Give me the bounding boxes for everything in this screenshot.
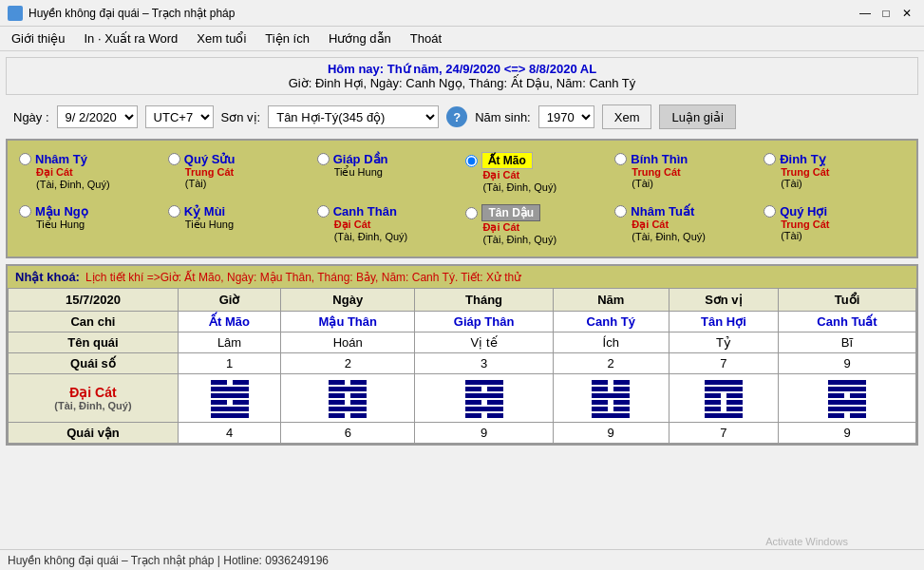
svg-rect-7 [233, 380, 249, 385]
svg-rect-0 [211, 413, 249, 418]
svg-rect-30 [592, 400, 608, 405]
radio-input-10[interactable] [614, 205, 627, 218]
cell-0-3: Canh Tý [553, 312, 669, 332]
radio-name-6: Mậu Ngọ [35, 204, 88, 218]
radio-item-2: Giáp DầnTiểu Hung [313, 148, 462, 197]
svg-rect-6 [211, 380, 227, 385]
svg-rect-16 [329, 380, 345, 385]
son-vi-label: Sơn vị: [221, 110, 261, 124]
svg-rect-18 [465, 413, 481, 418]
radio-item-8: Canh ThânĐại Cát(Tài, Đinh, Quý) [313, 200, 462, 249]
radio-input-5[interactable] [764, 153, 776, 165]
radio-input-0[interactable] [19, 153, 31, 165]
menu-huong-dan[interactable]: Hướng dẫn [321, 29, 399, 48]
radio-sub1-0: Đại Cát [19, 166, 160, 179]
table-row-3: Đại Cát(Tài, Đinh, Quý) [9, 374, 916, 423]
radio-sub1-10: Đại Cát [614, 218, 756, 231]
cell-2-3: 2 [553, 353, 669, 374]
radio-grid: Nhâm TýĐại Cát(Tài, Đinh, Quý)Quý SửuTru… [15, 148, 909, 249]
radio-input-11[interactable] [764, 205, 776, 218]
app-icon [8, 6, 23, 21]
svg-rect-5 [211, 387, 249, 391]
cell-4-2: 9 [415, 423, 553, 444]
svg-rect-44 [705, 387, 743, 391]
close-button[interactable]: ✕ [897, 4, 916, 23]
utc-select[interactable]: UTC+7 [145, 105, 214, 128]
cell-1-5: Bĩ [779, 332, 916, 353]
son-vi-select[interactable]: Tân Hợi-Tý(345 độ) [268, 105, 439, 128]
radio-header-10: Nhâm Tuất [614, 204, 756, 218]
help-button[interactable]: ? [446, 106, 467, 127]
table-row-4: Quái vận469979 [9, 423, 916, 444]
nam-sinh-select[interactable]: 1970 [538, 105, 594, 128]
radio-input-7[interactable] [168, 205, 180, 218]
radio-name-7: Kỷ Mùi [184, 204, 225, 218]
menu-thoat[interactable]: Thoát [403, 29, 449, 48]
radio-name-0: Nhâm Tý [35, 152, 87, 166]
radio-sub2-8: (Tài, Đinh, Quý) [317, 231, 459, 242]
cell-4-3: 9 [553, 423, 669, 444]
row-label-0: Can chi [9, 312, 179, 332]
radio-input-6[interactable] [19, 205, 31, 218]
radio-input-4[interactable] [614, 153, 627, 165]
hex-cell-0 [178, 374, 280, 423]
svg-rect-29 [613, 407, 630, 411]
svg-rect-27 [592, 413, 630, 418]
cell-2-0: 1 [178, 353, 280, 374]
svg-rect-11 [329, 400, 345, 405]
cell-4-1: 6 [281, 423, 415, 444]
svg-rect-50 [828, 393, 844, 398]
radio-input-9[interactable] [465, 207, 478, 219]
menu-tien-ich[interactable]: Tiện ích [257, 29, 317, 48]
radio-sub2-5: (Tài) [764, 178, 905, 189]
menu-in-xuat[interactable]: In · Xuất ra Word [76, 29, 185, 48]
radio-input-2[interactable] [317, 153, 330, 165]
cell-1-4: Tỷ [669, 332, 778, 353]
radio-header-0: Nhâm Tý [19, 152, 160, 166]
svg-rect-31 [613, 400, 630, 405]
radio-input-1[interactable] [168, 153, 180, 165]
radio-item-10: Nhâm TuấtĐại Cát(Tài, Đinh, Quý) [611, 200, 760, 249]
activate-watermark: Activate Windows [765, 536, 848, 547]
xem-button[interactable]: Xem [602, 104, 652, 129]
svg-rect-42 [705, 393, 721, 398]
radio-header-11: Quý Hợi [764, 204, 905, 218]
title-bar-left: Huyền không đại quái – Trạch nhật pháp [8, 6, 235, 21]
svg-rect-9 [350, 413, 367, 418]
svg-rect-53 [828, 380, 866, 385]
svg-rect-47 [850, 413, 866, 418]
minimize-button[interactable]: — [856, 4, 875, 23]
radio-name-10: Nhâm Tuất [631, 204, 694, 218]
radio-header-8: Canh Thân [317, 204, 459, 218]
radio-sub1-8: Đại Cát [317, 218, 459, 231]
info-bar: Hôm nay: Thứ năm, 24/9/2020 <=> 8/8/2020… [6, 57, 918, 95]
radio-name-1: Quý Sửu [184, 152, 236, 166]
radio-sub1-11: Trung Cát [764, 218, 905, 230]
cell-0-2: Giáp Thân [415, 312, 553, 332]
radio-sub1-9: Đại Cát [465, 221, 607, 234]
svg-rect-22 [487, 400, 503, 405]
ngay-select[interactable]: 9/ 2/2020 [57, 105, 138, 128]
radio-sub1-1: Trung Cát [168, 166, 310, 178]
svg-rect-1 [211, 407, 249, 411]
svg-rect-38 [705, 407, 721, 411]
hex-cell-3 [553, 374, 669, 423]
svg-rect-3 [233, 400, 249, 405]
svg-rect-48 [828, 407, 866, 411]
radio-input-3[interactable] [465, 155, 478, 167]
svg-rect-37 [705, 413, 743, 418]
bottom-bar: Huyền không đại quái – Trạch nhật pháp |… [0, 549, 924, 570]
svg-rect-23 [465, 393, 503, 398]
col-son-vi: Sơn vị [669, 289, 778, 312]
table-row-1: Tên quáiLâmHoánVị tếÍchTỷBĩ [9, 332, 916, 353]
radio-item-7: Kỷ MùiTiểu Hung [164, 200, 313, 249]
svg-rect-2 [211, 400, 227, 405]
cell-0-4: Tân Hợi [669, 312, 778, 332]
menu-gioi-thieu[interactable]: Giới thiệu [4, 29, 72, 48]
radio-input-8[interactable] [317, 205, 330, 218]
maximize-button[interactable]: □ [877, 4, 896, 23]
luan-giai-button[interactable]: Luận giải [659, 104, 735, 129]
cell-0-1: Mậu Thân [281, 312, 415, 332]
radio-sub1-5: Trung Cát [764, 166, 905, 178]
menu-xem-tuoi[interactable]: Xem tuổi [189, 29, 254, 48]
